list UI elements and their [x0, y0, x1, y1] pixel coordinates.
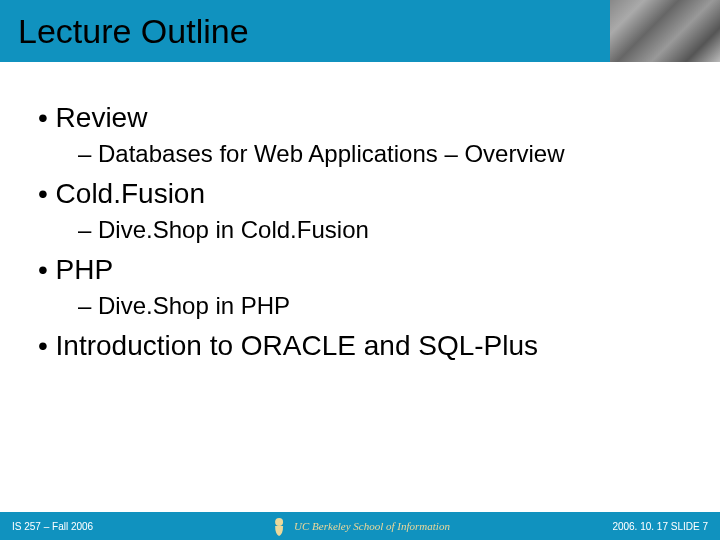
outline-item-oracle: Introduction to ORACLE and SQL-Plus	[30, 330, 690, 362]
outline-item-review: Review	[30, 102, 690, 134]
svg-point-0	[275, 518, 283, 526]
outline-item-coldfusion: Cold.Fusion	[30, 178, 690, 210]
slide-content: Review Databases for Web Applications – …	[0, 62, 720, 362]
outline-subitem-databases: Databases for Web Applications – Overvie…	[30, 140, 690, 168]
footer-course-label: IS 257 – Fall 2006	[12, 521, 93, 532]
footer-date-slide: 2006. 10. 17 SLIDE 7	[612, 521, 708, 532]
footer-school-name: UC Berkeley School of Information	[294, 520, 450, 532]
slide-footer: IS 257 – Fall 2006 UC Berkeley School of…	[0, 512, 720, 540]
outline-subitem-diveshop-php: Dive.Shop in PHP	[30, 292, 690, 320]
outline-item-php: PHP	[30, 254, 690, 286]
slide-title: Lecture Outline	[18, 12, 249, 51]
header-decorative-image	[610, 0, 720, 62]
slide-header: Lecture Outline	[0, 0, 720, 62]
footer-branding: UC Berkeley School of Information	[270, 516, 450, 536]
outline-subitem-diveshop-cf: Dive.Shop in Cold.Fusion	[30, 216, 690, 244]
berkeley-logo-icon	[270, 516, 288, 536]
